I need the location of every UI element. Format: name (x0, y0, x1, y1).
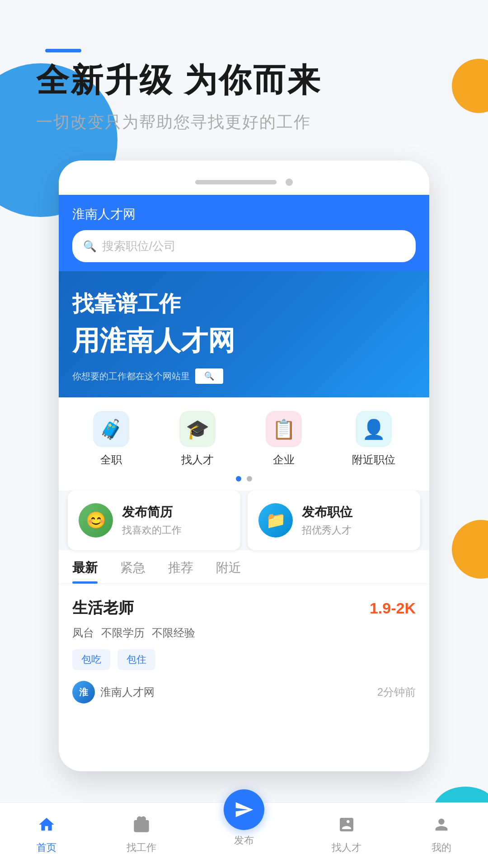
post-time: 2分钟前 (377, 685, 416, 699)
qa-title-job: 发布职位 (302, 504, 352, 521)
job-salary: 1.9-2K (370, 599, 416, 617)
qa-sub-resume: 找喜欢的工作 (122, 524, 182, 537)
tabs-section: 最新 紧急 推荐 附近 (59, 550, 429, 584)
category-icon-fulltime: 🧳 (93, 411, 129, 447)
benefit-meals: 包吃 (72, 649, 110, 670)
bottom-spacer (59, 717, 429, 771)
category-item-nearby[interactable]: 👤 附近职位 (352, 411, 395, 467)
decorative-circle-orange-mid (452, 520, 488, 579)
phone-notch (195, 180, 277, 184)
job-footer: 淮 淮南人才网 2分钟前 (72, 681, 416, 703)
nav-home[interactable]: 首页 (34, 812, 59, 854)
category-grid: 🧳 全职 🎓 找人才 📋 企业 👤 附近职位 (68, 411, 420, 467)
job-card[interactable]: 生活老师 1.9-2K 凤台 不限学历 不限经验 包吃 包住 淮 淮南人才网 2… (59, 584, 429, 717)
category-label-fulltime: 全职 (100, 453, 122, 467)
app-header-title: 淮南人才网 (72, 206, 416, 223)
nav-find-job[interactable]: 找工作 (127, 812, 156, 854)
app-header: 淮南人才网 🔍 搜索职位/公司 (59, 195, 429, 271)
tab-nearby[interactable]: 附近 (216, 559, 241, 584)
category-icon-talent: 🎓 (179, 411, 216, 447)
job-title: 生活老师 (72, 598, 134, 618)
category-label-enterprise: 企业 (273, 453, 295, 467)
nav-find-job-label: 找工作 (127, 841, 156, 854)
job-benefits: 包吃 包住 (72, 649, 416, 670)
quick-action-resume[interactable]: 😊 发布简历 找喜欢的工作 (68, 491, 240, 550)
qa-text-resume: 发布简历 找喜欢的工作 (122, 504, 182, 537)
bottom-nav: 首页 找工作 发布 找人才 我的 (0, 802, 488, 868)
dot-1 (236, 476, 241, 481)
nav-find-talent-label: 找人才 (332, 841, 361, 854)
tab-latest[interactable]: 最新 (72, 559, 98, 584)
banner-sub: 你想要的工作都在这个网站里 🔍 (72, 368, 416, 384)
tabs-row: 最新 紧急 推荐 附近 (72, 559, 416, 584)
nav-home-label: 首页 (37, 841, 56, 854)
phone-mockup: 淮南人才网 🔍 搜索职位/公司 找靠谱工作 用淮南人才网 你想要的工作都在这个网… (59, 160, 429, 771)
nav-mine[interactable]: 我的 (429, 812, 454, 854)
nav-publish[interactable]: 发布 (224, 803, 264, 854)
qa-icon-job: 📁 (258, 503, 293, 538)
job-tag-location: 凤台 (72, 626, 94, 640)
find-job-icon (129, 812, 154, 837)
sub-title: 一切改变只为帮助您寻找更好的工作 (36, 111, 452, 133)
category-item-fulltime[interactable]: 🧳 全职 (93, 411, 129, 467)
tab-urgent[interactable]: 紧急 (120, 559, 145, 584)
category-dots (68, 467, 420, 486)
home-icon (34, 812, 59, 837)
category-label-talent: 找人才 (181, 453, 214, 467)
banner-text2: 用淮南人才网 (72, 323, 416, 359)
company-info: 淮 淮南人才网 (72, 681, 155, 703)
phone-camera (286, 179, 293, 186)
nav-mine-label: 我的 (432, 841, 451, 854)
quick-action-job[interactable]: 📁 发布职位 招优秀人才 (248, 491, 420, 550)
qa-title-resume: 发布简历 (122, 504, 182, 521)
job-tags: 凤台 不限学历 不限经验 (72, 626, 416, 640)
dot-2 (247, 476, 252, 481)
banner-text1: 找靠谱工作 (72, 289, 416, 318)
nav-find-talent[interactable]: 找人才 (332, 812, 361, 854)
category-label-nearby: 附近职位 (352, 453, 395, 467)
category-item-talent[interactable]: 🎓 找人才 (179, 411, 216, 467)
quick-actions-wrapper: 😊 发布简历 找喜欢的工作 📁 发布职位 招优秀人才 (59, 491, 429, 550)
phone-notch-area (59, 174, 429, 195)
nav-publish-label: 发布 (234, 834, 254, 847)
search-bar[interactable]: 🔍 搜索职位/公司 (72, 230, 416, 262)
job-tag-education: 不限学历 (101, 626, 145, 640)
mine-icon (429, 812, 454, 837)
qa-icon-resume: 😊 (79, 503, 113, 538)
search-icon: 🔍 (83, 240, 97, 253)
category-item-enterprise[interactable]: 📋 企业 (266, 411, 302, 467)
category-icon-nearby: 👤 (356, 411, 392, 447)
category-section: 🧳 全职 🎓 找人才 📋 企业 👤 附近职位 (59, 397, 429, 491)
banner: 找靠谱工作 用淮南人才网 你想要的工作都在这个网站里 🔍 (59, 271, 429, 397)
job-tag-experience: 不限经验 (152, 626, 195, 640)
banner-search-icon: 🔍 (204, 371, 214, 381)
company-logo: 淮 (72, 681, 95, 703)
publish-button[interactable] (224, 789, 264, 830)
benefit-housing: 包住 (117, 649, 155, 670)
header-section: 全新升级 为你而来 一切改变只为帮助您寻找更好的工作 (0, 0, 488, 133)
category-icon-enterprise: 📋 (266, 411, 302, 447)
banner-sub-text: 你想要的工作都在这个网站里 (72, 370, 190, 382)
tab-recommend[interactable]: 推荐 (168, 559, 193, 584)
search-input-placeholder: 搜索职位/公司 (102, 238, 176, 254)
main-title: 全新升级 为你而来 (36, 59, 452, 102)
company-name: 淮南人才网 (100, 685, 155, 699)
find-talent-icon (334, 812, 359, 837)
qa-sub-job: 招优秀人才 (302, 524, 352, 537)
banner-search-mini: 🔍 (195, 368, 223, 384)
job-card-header: 生活老师 1.9-2K (72, 598, 416, 618)
qa-text-job: 发布职位 招优秀人才 (302, 504, 352, 537)
